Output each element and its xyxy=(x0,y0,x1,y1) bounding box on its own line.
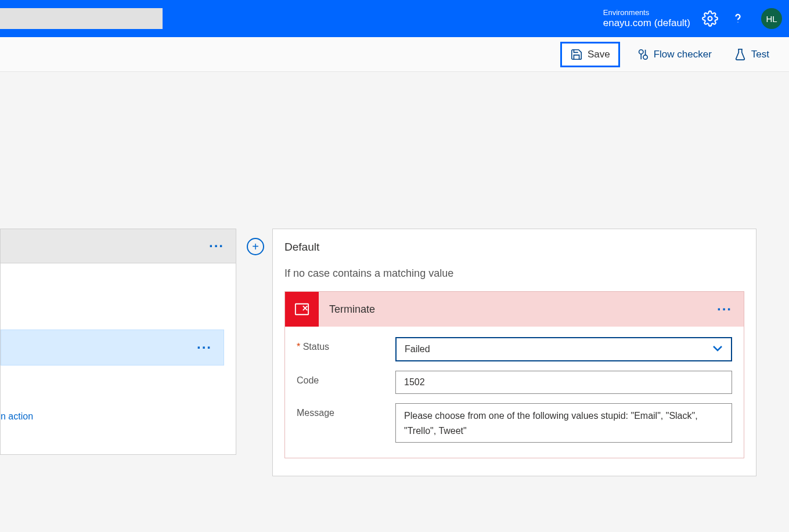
code-label: Code xyxy=(297,371,395,386)
status-value: Failed xyxy=(405,344,430,354)
terminate-title: Terminate xyxy=(329,303,707,316)
chevron-down-icon xyxy=(712,345,723,354)
avatar-initials: HL xyxy=(766,14,777,24)
more-icon[interactable]: ··· xyxy=(209,238,224,254)
flow-canvas: ··· ··· n action + Default If no case co… xyxy=(0,72,789,532)
help-icon[interactable] xyxy=(730,10,746,27)
test-label: Test xyxy=(751,49,769,60)
svg-point-4 xyxy=(643,55,647,59)
flow-checker-button[interactable]: Flow checker xyxy=(631,45,718,64)
message-label: Message xyxy=(297,403,395,418)
status-label: * Status xyxy=(297,337,395,352)
avatar[interactable]: HL xyxy=(761,8,782,29)
default-case-title: Default xyxy=(284,241,744,254)
add-case-button[interactable]: + xyxy=(247,238,264,255)
case-action-card[interactable]: ··· xyxy=(1,330,224,365)
svg-point-3 xyxy=(639,49,643,53)
more-icon[interactable]: ··· xyxy=(197,339,212,356)
save-label: Save xyxy=(588,49,610,60)
environment-picker[interactable]: Environments enayu.com (default) xyxy=(595,8,690,29)
flow-checker-label: Flow checker xyxy=(654,49,712,60)
toolbar: Save Flow checker Test xyxy=(0,37,789,72)
test-button[interactable]: Test xyxy=(728,45,775,64)
settings-icon[interactable] xyxy=(702,10,718,27)
case-card-body: ··· n action xyxy=(0,263,236,455)
environments-label: Environments xyxy=(603,8,690,17)
case-card-header[interactable]: ··· xyxy=(0,229,236,263)
more-icon[interactable]: ··· xyxy=(717,301,732,317)
environment-name: enayu.com (default) xyxy=(603,17,690,29)
terminate-action-card: Terminate ··· * Status Failed Code xyxy=(284,291,744,458)
svg-point-1 xyxy=(708,17,712,21)
app-header: Environments enayu.com (default) HL xyxy=(0,0,789,37)
add-action-link[interactable]: n action xyxy=(1,411,33,422)
save-button[interactable]: Save xyxy=(560,42,620,67)
terminate-header[interactable]: Terminate ··· xyxy=(285,292,744,327)
status-select[interactable]: Failed xyxy=(395,337,732,361)
terminate-icon xyxy=(285,292,319,327)
default-case-card: Default If no case contains a matching v… xyxy=(272,229,756,476)
search-input[interactable] xyxy=(0,8,163,29)
code-input[interactable] xyxy=(395,371,732,394)
message-input[interactable] xyxy=(395,403,732,443)
default-case-subtitle: If no case contains a matching value xyxy=(284,267,744,280)
